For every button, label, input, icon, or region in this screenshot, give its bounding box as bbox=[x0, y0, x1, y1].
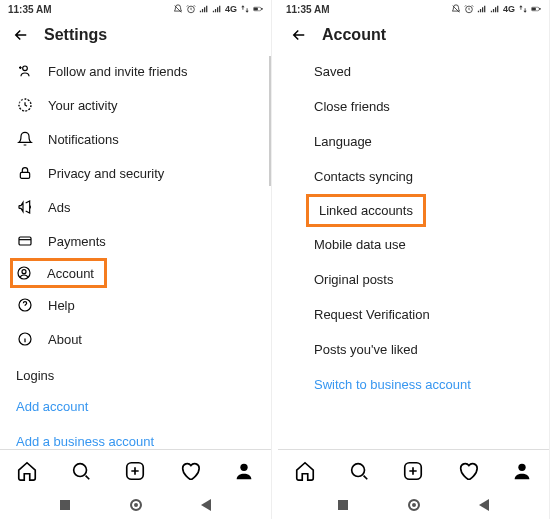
account-item-original[interactable]: Original posts bbox=[292, 262, 535, 297]
bell-off-icon bbox=[451, 4, 461, 14]
settings-item-activity[interactable]: Your activity bbox=[14, 88, 257, 122]
android-nav-bar bbox=[278, 491, 549, 519]
row-label: Payments bbox=[48, 234, 106, 249]
signal-icon-2 bbox=[212, 4, 222, 14]
battery-icon bbox=[531, 4, 541, 14]
settings-item-payments[interactable]: Payments bbox=[14, 224, 257, 258]
account-item-language[interactable]: Language bbox=[292, 124, 535, 159]
status-time: 11:35 AM bbox=[286, 4, 330, 15]
home-icon[interactable] bbox=[294, 460, 316, 482]
account-screen: 11:35 AM 4G Account Saved Close friends … bbox=[278, 0, 550, 519]
add-post-icon[interactable] bbox=[124, 460, 146, 482]
data-arrows-icon bbox=[518, 4, 528, 14]
megaphone-icon bbox=[17, 199, 33, 215]
back-arrow-icon[interactable] bbox=[12, 26, 30, 44]
row-label: Privacy and security bbox=[48, 166, 164, 181]
card-icon bbox=[17, 233, 33, 249]
bell-off-icon bbox=[173, 4, 183, 14]
scrollbar[interactable] bbox=[269, 56, 271, 186]
add-account-link[interactable]: Add account bbox=[14, 389, 257, 424]
search-icon[interactable] bbox=[348, 460, 370, 482]
row-label: About bbox=[48, 332, 82, 347]
settings-item-help[interactable]: Help bbox=[14, 288, 257, 322]
account-item-mobile-data[interactable]: Mobile data use bbox=[292, 227, 535, 262]
data-arrows-icon bbox=[240, 4, 250, 14]
profile-icon[interactable] bbox=[233, 460, 255, 482]
svg-point-21 bbox=[352, 463, 365, 476]
account-item-liked[interactable]: Posts you've liked bbox=[292, 332, 535, 367]
help-icon bbox=[17, 297, 33, 313]
user-circle-icon bbox=[16, 265, 32, 281]
settings-item-about[interactable]: About bbox=[14, 322, 257, 356]
page-title: Account bbox=[322, 26, 386, 44]
bell-icon bbox=[17, 131, 33, 147]
network-label: 4G bbox=[225, 4, 237, 14]
settings-item-notifications[interactable]: Notifications bbox=[14, 122, 257, 156]
settings-item-privacy[interactable]: Privacy and security bbox=[14, 156, 257, 190]
row-label: Help bbox=[48, 298, 75, 313]
account-item-saved[interactable]: Saved bbox=[292, 54, 535, 89]
status-bar: 11:35 AM 4G bbox=[278, 0, 549, 18]
page-title: Settings bbox=[44, 26, 107, 44]
back-button[interactable] bbox=[479, 499, 489, 511]
settings-list[interactable]: Follow and invite friends Your activity … bbox=[0, 54, 271, 449]
settings-item-follow[interactable]: Follow and invite friends bbox=[14, 54, 257, 88]
row-label: Your activity bbox=[48, 98, 118, 113]
heart-icon[interactable] bbox=[179, 460, 201, 482]
svg-rect-8 bbox=[19, 237, 31, 245]
row-label: Follow and invite friends bbox=[48, 64, 187, 79]
alarm-icon bbox=[186, 4, 196, 14]
account-list[interactable]: Saved Close friends Language Contacts sy… bbox=[278, 54, 549, 449]
row-label: Ads bbox=[48, 200, 70, 215]
status-indicators: 4G bbox=[173, 4, 263, 14]
account-item-contacts[interactable]: Contacts syncing bbox=[292, 159, 535, 194]
row-label: Linked accounts bbox=[319, 203, 413, 218]
svg-rect-20 bbox=[532, 8, 536, 10]
info-icon bbox=[17, 331, 33, 347]
switch-business-link[interactable]: Switch to business account bbox=[292, 367, 535, 402]
back-arrow-icon[interactable] bbox=[290, 26, 308, 44]
svg-rect-3 bbox=[262, 8, 263, 9]
svg-point-10 bbox=[22, 270, 26, 274]
account-item-linked[interactable]: Linked accounts bbox=[292, 194, 535, 227]
heart-icon[interactable] bbox=[457, 460, 479, 482]
tab-bar bbox=[0, 449, 271, 491]
svg-point-5 bbox=[23, 66, 28, 71]
svg-point-13 bbox=[74, 463, 87, 476]
signal-icon bbox=[477, 4, 487, 14]
home-icon[interactable] bbox=[16, 460, 38, 482]
svg-rect-7 bbox=[20, 172, 29, 178]
logins-heading: Logins bbox=[14, 356, 257, 389]
add-post-icon[interactable] bbox=[402, 460, 424, 482]
svg-point-23 bbox=[518, 463, 525, 470]
recent-apps-button[interactable] bbox=[338, 500, 348, 510]
status-indicators: 4G bbox=[451, 4, 541, 14]
add-business-account-link[interactable]: Add a business account bbox=[14, 424, 257, 449]
android-nav-bar bbox=[0, 491, 271, 519]
recent-apps-button[interactable] bbox=[60, 500, 70, 510]
row-label: Account bbox=[47, 266, 94, 281]
account-item-close-friends[interactable]: Close friends bbox=[292, 89, 535, 124]
network-label: 4G bbox=[503, 4, 515, 14]
back-button[interactable] bbox=[201, 499, 211, 511]
row-label: Notifications bbox=[48, 132, 119, 147]
settings-screen: 11:35 AM 4G Settings Follow and invite f… bbox=[0, 0, 272, 519]
home-button[interactable] bbox=[408, 499, 420, 511]
signal-icon-2 bbox=[490, 4, 500, 14]
svg-rect-19 bbox=[540, 8, 541, 9]
status-time: 11:35 AM bbox=[8, 4, 52, 15]
settings-item-ads[interactable]: Ads bbox=[14, 190, 257, 224]
signal-icon bbox=[199, 4, 209, 14]
status-bar: 11:35 AM 4G bbox=[0, 0, 271, 18]
svg-point-15 bbox=[240, 463, 247, 470]
search-icon[interactable] bbox=[70, 460, 92, 482]
account-item-verification[interactable]: Request Verification bbox=[292, 297, 535, 332]
home-button[interactable] bbox=[130, 499, 142, 511]
header: Settings bbox=[0, 18, 271, 54]
settings-item-account[interactable]: Account bbox=[10, 258, 107, 288]
alarm-icon bbox=[464, 4, 474, 14]
profile-icon[interactable] bbox=[511, 460, 533, 482]
svg-rect-4 bbox=[254, 8, 258, 10]
tab-bar bbox=[278, 449, 549, 491]
clock-icon bbox=[17, 97, 33, 113]
